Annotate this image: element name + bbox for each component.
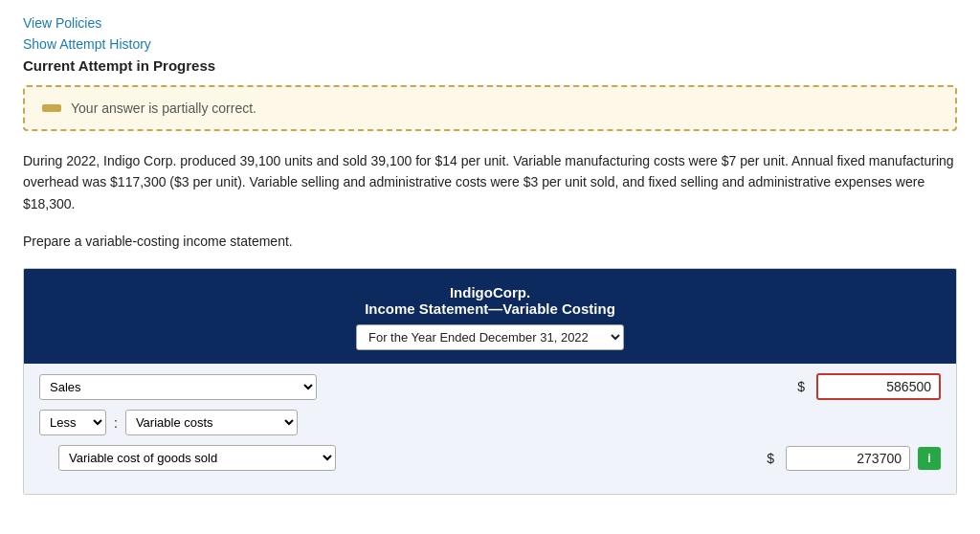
less-dropdown[interactable]: Less <box>39 410 106 435</box>
prepare-text: Prepare a variable-costing income statem… <box>23 234 957 249</box>
view-policies-link[interactable]: View Policies <box>23 15 957 31</box>
sales-input[interactable] <box>816 373 941 400</box>
sales-row: Sales $ <box>39 373 941 400</box>
partial-correct-box: Your answer is partially correct. <box>23 85 957 131</box>
sales-dropdown[interactable]: Sales <box>39 374 317 400</box>
income-statement-table: IndigoCorp. Income Statement—Variable Co… <box>23 268 957 495</box>
less-variable-costs-row: Less : Variable costs <box>39 410 941 435</box>
income-body: Sales $ Less : Variable costs Variable c… <box>24 364 956 494</box>
vcogs-row: Variable cost of goods sold $ i <box>39 445 941 471</box>
company-name: IndigoCorp. <box>33 284 947 300</box>
period-select[interactable]: For the Year Ended December 31, 2022 <box>356 324 624 350</box>
statement-title: Income Statement—Variable Costing <box>33 300 947 317</box>
current-attempt-label: Current Attempt in Progress <box>23 57 957 74</box>
sales-dollar-sign: $ <box>797 379 805 394</box>
show-attempt-history-link[interactable]: Show Attempt History <box>23 36 957 52</box>
partial-correct-icon <box>42 104 61 112</box>
vcogs-input[interactable] <box>786 446 910 471</box>
vcogs-dollar-sign: $ <box>767 451 774 466</box>
vcogs-info-button[interactable]: i <box>918 447 941 470</box>
income-header: IndigoCorp. Income Statement—Variable Co… <box>24 269 956 364</box>
partial-correct-text: Your answer is partially correct. <box>71 100 256 116</box>
problem-text: During 2022, Indigo Corp. produced 39,10… <box>23 150 957 214</box>
colon-separator: : <box>114 415 118 431</box>
vcogs-dropdown[interactable]: Variable cost of goods sold <box>58 445 336 471</box>
variable-costs-dropdown[interactable]: Variable costs <box>125 410 298 435</box>
